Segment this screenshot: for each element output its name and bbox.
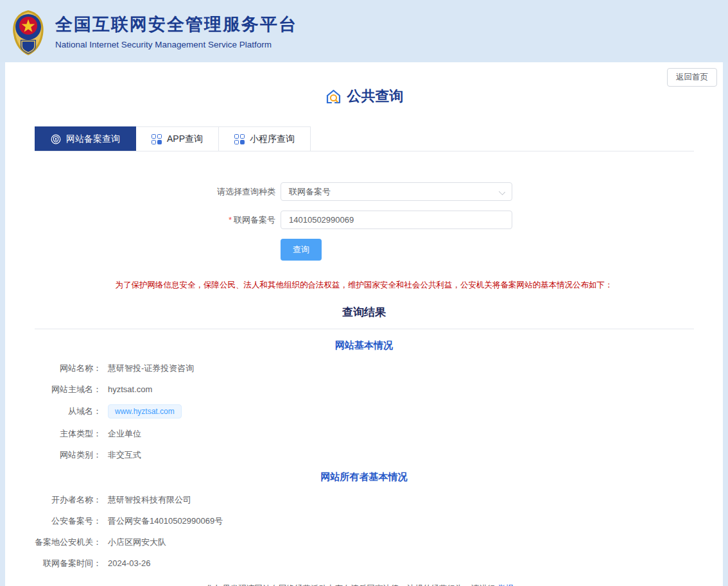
divider [35, 329, 694, 329]
owner-section-heading: 网站所有者基本情况 [5, 471, 723, 483]
tab-label: 小程序查询 [250, 134, 295, 145]
owner-info-rows: 开办者名称： 慧研智投科技有限公司 公安备案号： 晋公网安备1401050299… [5, 494, 723, 569]
tab-label: 网站备案查询 [66, 134, 120, 145]
tab-website-record-query[interactable]: 网站备案查询 [35, 126, 136, 151]
tab-label: APP查询 [167, 134, 203, 145]
info-row-main-domain: 网站主域名： hyztsat.com [5, 383, 723, 395]
record-number-field-wrap [281, 211, 512, 229]
record-number-label: *联网备案号 [186, 214, 275, 226]
required-asterisk: * [229, 215, 232, 225]
record-number-input[interactable] [289, 215, 504, 225]
query-form: 请选择查询种类 联网备案号 *联网备案号 查询 [5, 182, 723, 261]
grid-icon [234, 134, 245, 144]
info-row-record-date: 联网备案时间： 2024-03-26 [5, 557, 723, 569]
security-notice: 为了保护网络信息安全，保障公民、法人和其他组织的合法权益，维护国家安全和社会公共… [5, 280, 723, 291]
chevron-down-icon [499, 189, 505, 194]
site-section-heading: 网站基本情况 [5, 340, 723, 352]
query-type-selected-value: 联网备案号 [289, 186, 331, 198]
info-row-operator-name: 开办者名称： 慧研智投科技有限公司 [5, 494, 723, 506]
header-text: 全国互联网安全管理服务平台 National Internet Security… [55, 13, 297, 49]
info-row-sub-domain: 从域名： www.hyztsat.com [5, 404, 723, 418]
page-title-wrap: 公共查询 [5, 62, 723, 106]
info-row-site-name: 网站名称： 慧研智投-证券投资咨询 [5, 362, 723, 374]
site-title: 全国互联网安全管理服务平台 [55, 13, 297, 36]
info-row-subject-type: 主体类型： 企业单位 [5, 427, 723, 440]
sub-domain-tag[interactable]: www.hyztsat.com [108, 404, 182, 418]
info-row-site-category: 网站类别： 非交互式 [5, 449, 723, 461]
page-title: 公共查询 [347, 87, 404, 106]
result-title: 查询结果 [5, 305, 723, 320]
footer-notice: 您如果发现该网站在网络经营活动中存在违反国家法律、法规的经营行为，请进行 举报。 [5, 583, 723, 586]
info-row-police-record-number: 公安备案号： 晋公网安备14010502990069号 [5, 515, 723, 527]
query-type-select[interactable]: 联网备案号 [281, 182, 512, 201]
main-panel: 返回首页 公共查询 网站备案查询 APP查询 [5, 62, 723, 586]
site-info-rows: 网站名称： 慧研智投-证券投资咨询 网站主域名： hyztsat.com 从域名… [5, 362, 723, 461]
site-subtitle: National Internet Security Management Se… [55, 40, 297, 49]
tab-app-query[interactable]: APP查询 [136, 126, 219, 151]
tab-miniprogram-query[interactable]: 小程序查询 [219, 126, 311, 151]
house-search-icon [325, 88, 342, 105]
record-number-row: *联网备案号 [186, 211, 723, 229]
query-submit-button[interactable]: 查询 [281, 239, 322, 261]
query-type-row: 请选择查询种类 联网备案号 [186, 182, 723, 201]
police-badge-icon [51, 134, 61, 144]
back-home-button[interactable]: 返回首页 [667, 68, 717, 87]
query-type-label: 请选择查询种类 [186, 186, 275, 198]
grid-icon [152, 134, 162, 144]
tabs-strip: 网站备案查询 APP查询 小程序查询 [35, 126, 694, 151]
police-emblem-logo [8, 6, 49, 56]
site-header: 全国互联网安全管理服务平台 National Internet Security… [0, 0, 728, 62]
info-row-record-authority: 备案地公安机关： 小店区网安大队 [5, 536, 723, 548]
